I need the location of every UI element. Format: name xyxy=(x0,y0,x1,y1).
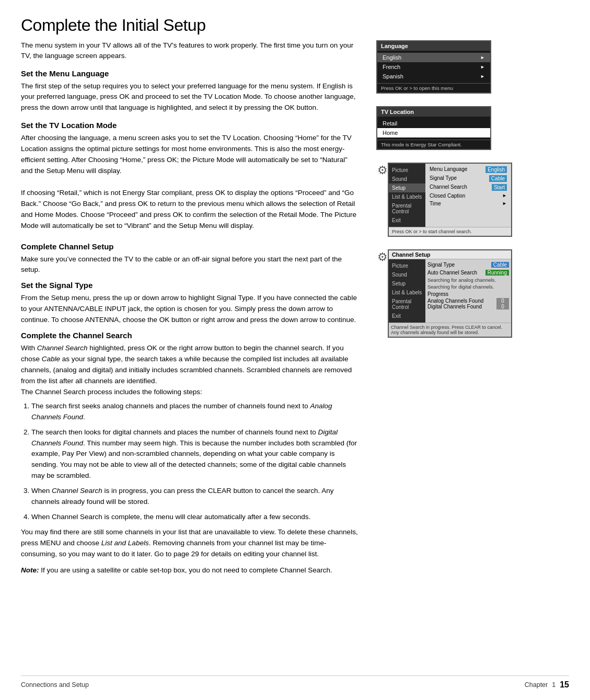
section-body-menu-language: The first step of the setup requires you… xyxy=(21,81,361,114)
chan-signal-type-row: Signal Type Cable xyxy=(427,261,509,269)
footer-page-number: 15 xyxy=(560,680,569,690)
setup-sidebar-parental: Parental Control xyxy=(389,201,425,216)
chan-progress-row: Progress xyxy=(427,290,509,298)
tv-location-home-row: Home xyxy=(377,128,490,137)
footer-chapter-label: Chapter xyxy=(525,681,548,688)
language-menu-box: Language English ► French ► Spanish ► xyxy=(376,40,491,94)
section-heading-menu-language: Set the Menu Language xyxy=(21,69,361,78)
channel-setup-footer: Channel Search in progress. Press CLEAR … xyxy=(389,323,511,337)
setup-sidebar: Picture Sound Setup List & Labels Parent… xyxy=(389,164,425,227)
chan-auto-search-row: Auto Channel Search Running xyxy=(427,269,509,277)
setup-sidebar-picture: Picture xyxy=(389,166,425,175)
setup-main-content: Menu Language English Signal Type Cable … xyxy=(425,164,511,227)
chan-sidebar-setup: Setup xyxy=(389,279,425,288)
note-text: Note: If you are using a satellite or ca… xyxy=(21,565,361,576)
chan-sidebar-sound: Sound xyxy=(389,270,425,279)
section-body-signal-type: From the Setup menu, press the up or dow… xyxy=(21,293,361,326)
step-1: The search first seeks analog channels a… xyxy=(31,401,361,423)
section-heading-channel-setup: Complete Channel Setup xyxy=(21,242,361,251)
setup-menu-container: ⚙ Picture Sound Setup List & Labels Pare… xyxy=(376,163,512,237)
section-heading-signal-type: Set the Signal Type xyxy=(21,281,361,290)
tv-location-box: TV Location Retail Home This mode is Ene… xyxy=(376,106,491,150)
setup-closed-caption-row: Closed Caption ► xyxy=(429,192,508,200)
post-steps-text: You may find there are still some channe… xyxy=(21,527,361,560)
step-4: When Channel Search is complete, the men… xyxy=(31,512,361,523)
channel-search-steps: The search first seeks analog channels a… xyxy=(21,401,361,523)
section-body-tv-location: After choosing the language, a menu scre… xyxy=(21,133,361,231)
setup-sidebar-list-labels: List & Labels xyxy=(389,192,425,201)
setup-signal-type-row: Signal Type Cable xyxy=(429,174,508,183)
footer-section-label: Connections and Setup xyxy=(21,681,89,688)
chan-analog-found-row: Analog Channels Found 0 xyxy=(427,298,509,304)
channel-setup-header: Channel Setup xyxy=(389,250,511,259)
chevron-right-icon: ► xyxy=(480,55,485,60)
channel-setup-main: Signal Type Cable Auto Channel Search Ru… xyxy=(425,259,511,323)
setup-time-row: Time ► xyxy=(429,200,508,208)
chan-sidebar-picture: Picture xyxy=(389,261,425,270)
setup-sidebar-exit: Exit xyxy=(389,216,425,225)
section-body-channel-setup: Make sure you’ve connected the TV to the… xyxy=(21,254,361,276)
setup-channel-search-row: Channel Search Start xyxy=(429,183,508,192)
chan-sidebar-exit: Exit xyxy=(389,312,425,320)
chan-analog-status: Searching for analog channels. xyxy=(427,277,509,283)
tv-location-retail-row: Retail xyxy=(377,119,490,128)
chan-digital-found-row: Digital Channels Found 0 xyxy=(427,304,509,309)
tv-location-header: TV Location xyxy=(377,107,490,117)
section-heading-tv-location: Set the TV Location Mode xyxy=(21,121,361,130)
section-heading-channel-search: Complete the Channel Search xyxy=(21,331,361,340)
intro-paragraph: The menu system in your TV allows all of… xyxy=(21,40,361,62)
step-3: When Channel Search is in progress, you … xyxy=(31,486,361,508)
channel-setup-sidebar: Picture Sound Setup List & Labels Parent… xyxy=(389,259,425,323)
chan-sidebar-list-labels: List & Labels xyxy=(389,288,425,297)
chevron-right-icon: ► xyxy=(480,74,485,79)
section-body-channel-search: With Channel Search highlighted, press O… xyxy=(21,343,361,398)
page-title: Complete the Initial Setup xyxy=(21,16,569,35)
chan-sidebar-parental: Parental Control xyxy=(389,297,425,312)
channel-setup-container: ⚙ Channel Setup Picture Sound Setup List… xyxy=(376,249,512,338)
language-french-row: French ► xyxy=(377,62,490,72)
setup-box-footer: Press OK or > to start channel search. xyxy=(389,227,511,236)
settings-icon-2: ⚙ xyxy=(377,250,388,264)
setup-sidebar-sound: Sound xyxy=(389,175,425,183)
language-english-row: English ► xyxy=(377,53,490,62)
settings-icon: ⚙ xyxy=(377,164,388,177)
footer-chapter-num: 1 xyxy=(552,681,556,688)
step-2: The search then looks for digital channe… xyxy=(31,427,361,482)
setup-menu-language-row: Menu Language English xyxy=(429,165,508,174)
setup-sidebar-setup: Setup xyxy=(389,183,425,192)
page-footer: Connections and Setup Chapter 1 15 xyxy=(21,675,569,690)
language-box-footer: Press OK or > to open this menu xyxy=(377,83,490,93)
setup-menu-box: Picture Sound Setup List & Labels Parent… xyxy=(388,163,512,237)
language-box-header: Language xyxy=(377,41,490,51)
tv-location-footer: This mode is Energy Star Compliant. xyxy=(377,140,490,149)
channel-setup-box: Channel Setup Picture Sound Setup List &… xyxy=(388,249,512,338)
chan-digital-status: Searching for digital channels. xyxy=(427,283,509,290)
chevron-right-icon: ► xyxy=(480,64,485,70)
language-spanish-row: Spanish ► xyxy=(377,72,490,81)
